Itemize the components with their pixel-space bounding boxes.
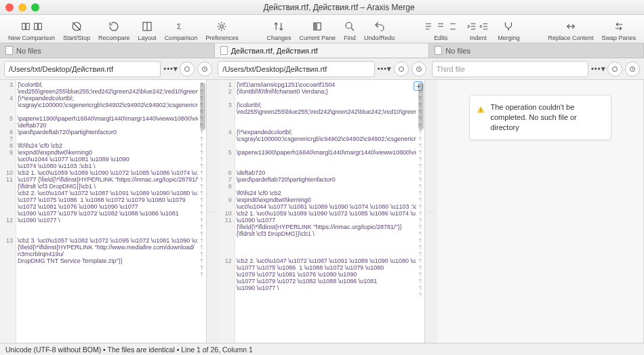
path-input-middle[interactable]: /Users/txt/Desktop/Действия.rtf: [218, 61, 374, 77]
document-icon: [220, 46, 228, 55]
history-middle[interactable]: [411, 62, 426, 77]
history-left[interactable]: [197, 62, 212, 77]
error-message: The operation couldn't be completed. No …: [469, 95, 611, 140]
changes-icon: [273, 19, 285, 34]
recompare-icon: [108, 19, 120, 34]
window-title: Действия.rtf, Действия.rtf – Araxis Merg…: [39, 3, 639, 12]
replace-content-icon: [565, 19, 577, 34]
recompare-button[interactable]: Recompare: [94, 19, 134, 41]
close-icon[interactable]: [5, 3, 14, 12]
path-menu-middle[interactable]: •••▾: [378, 64, 391, 73]
new-comparison-icon: [20, 19, 43, 34]
svg-rect-31: [481, 111, 481, 112]
gutter-left: 3 4 5 6789 1011 12 13: [0, 80, 16, 343]
replace-content-button[interactable]: Replace Content: [544, 19, 597, 41]
svg-rect-2: [34, 23, 37, 29]
scrollbar-thumb[interactable]: [200, 83, 205, 130]
svg-rect-3: [38, 23, 41, 29]
current-pane-icon: [311, 19, 323, 34]
indent-button[interactable]: Indent: [462, 19, 494, 41]
svg-rect-0: [22, 23, 25, 29]
changes-button[interactable]: Changes: [262, 19, 295, 41]
history-right[interactable]: [625, 62, 640, 77]
browse-left[interactable]: [180, 62, 195, 77]
merging-icon: [502, 19, 515, 34]
edits-button[interactable]: Edits: [419, 19, 462, 41]
svg-point-8: [220, 25, 224, 28]
new-comparison-button[interactable]: New Comparison: [4, 19, 59, 41]
toolbar: New ComparisonStart/StopRecompareLayoutΣ…: [0, 15, 644, 43]
indent-icon: [466, 19, 489, 34]
svg-point-26: [399, 66, 403, 71]
pane-middle[interactable]: 12 3 4 5 678 9 1011 12 {\rtf1\ansi\ansic…: [219, 80, 426, 343]
svg-rect-30: [481, 108, 481, 110]
edits-icon: [423, 19, 458, 34]
titlebar: Действия.rtf, Действия.rtf – Araxis Merg…: [0, 0, 644, 15]
path-input-right[interactable]: Third file: [432, 61, 588, 77]
svg-rect-10: [314, 23, 317, 30]
svg-rect-1: [26, 23, 29, 29]
current-pane-button[interactable]: Current Pane: [295, 19, 340, 41]
svg-point-28: [612, 66, 617, 71]
path-menu-right[interactable]: •••▾: [591, 64, 605, 73]
layout-icon: [141, 19, 153, 34]
document-icon: [435, 46, 442, 55]
editor-panes: 3 4 5 6789 1011 12 13 {\colortbl;¶\red25…: [0, 80, 644, 343]
code-left[interactable]: {\colortbl;¶\red255\green255\blue255;\re…: [16, 80, 206, 343]
pane-left[interactable]: 3 4 5 6789 1011 12 13 {\colortbl;¶\red25…: [0, 80, 207, 343]
tab-middle[interactable]: Действия.rtf, Действия.rtf: [215, 43, 430, 58]
comparison-button[interactable]: ΣComparison: [161, 19, 202, 41]
document-icon: [5, 46, 13, 55]
comparison-icon: Σ: [175, 19, 187, 34]
minimize-icon[interactable]: [18, 3, 26, 12]
scrollbar-thumb[interactable]: [418, 83, 424, 130]
zoom-icon[interactable]: [31, 3, 39, 12]
swap-panes-button[interactable]: Swap Panes: [597, 19, 640, 41]
file-path-row: /Users/txt/Desktop/Действия.rtf •••▾ /Us…: [0, 58, 644, 80]
link-strip-right: ⋯: [425, 80, 437, 343]
tab-bar: No files Действия.rtf, Действия.rtf No f…: [0, 43, 644, 58]
link-strip-left: ⋯: [207, 80, 219, 343]
warning-icon: [477, 102, 485, 117]
path-input-left[interactable]: /Users/txt/Desktop/Действия.rtf: [4, 61, 161, 77]
path-menu-left[interactable]: •••▾: [163, 64, 177, 73]
preferences-icon: [216, 19, 228, 34]
swap-panes-icon: [613, 19, 625, 34]
svg-text:Σ: Σ: [177, 22, 182, 30]
preferences-button[interactable]: Preferences: [201, 19, 243, 41]
undo-redo-button[interactable]: Undo/Redo: [360, 19, 399, 41]
layout-button[interactable]: Layout: [134, 19, 161, 41]
find-button[interactable]: Find: [340, 19, 360, 41]
find-icon: [344, 19, 356, 34]
pane-right: The operation couldn't be completed. No …: [437, 80, 644, 343]
browse-right[interactable]: [607, 62, 622, 77]
window-controls: [5, 3, 39, 12]
svg-line-12: [351, 28, 354, 30]
gutter-middle: 12 3 4 5 678 9 1011 12: [219, 80, 235, 343]
merging-button[interactable]: Merging: [494, 19, 524, 41]
svg-point-11: [346, 22, 352, 28]
status-text: Unicode (UTF-8 without BOM) • The files …: [5, 346, 253, 354]
browse-middle[interactable]: [394, 62, 409, 77]
tab-right[interactable]: No files: [429, 43, 644, 58]
svg-point-24: [185, 66, 190, 71]
status-bar: Unicode (UTF-8 without BOM) • The files …: [0, 343, 644, 355]
code-middle[interactable]: {\rtf1\ansi\ansicpg1251\cocoartf1504¶{\f…: [235, 80, 425, 343]
undo-redo-icon: [374, 19, 386, 34]
tab-left[interactable]: No files: [0, 43, 215, 58]
start-stop-icon: [71, 19, 83, 34]
start-stop-button[interactable]: Start/Stop: [59, 19, 94, 41]
